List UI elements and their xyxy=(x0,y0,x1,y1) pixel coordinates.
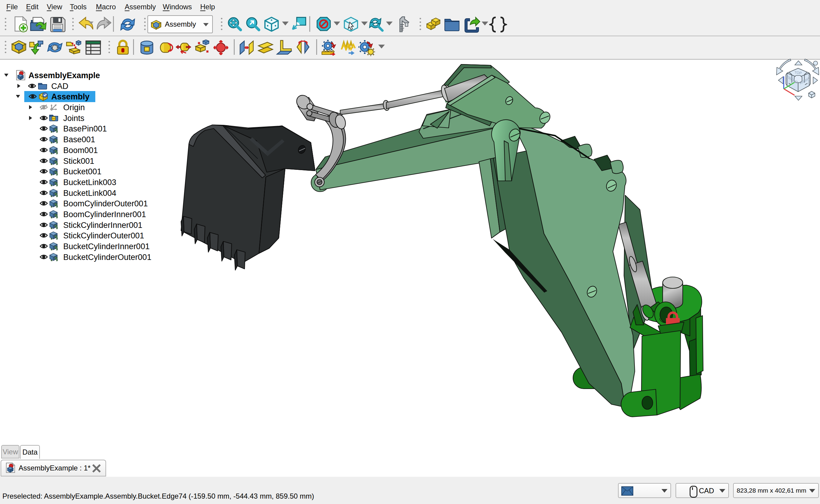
svg-text:TOP: TOP xyxy=(794,70,802,75)
